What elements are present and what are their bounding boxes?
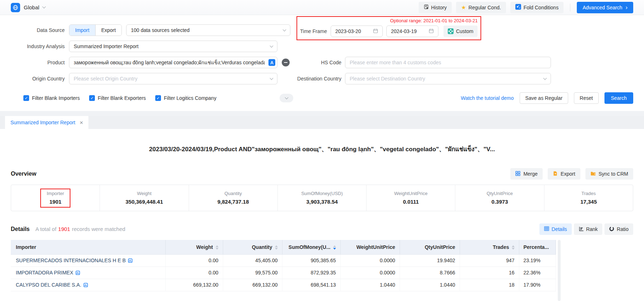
hs-code-input[interactable]: Please enter more than 4 customs codes xyxy=(345,57,551,68)
section-gap xyxy=(0,111,644,116)
column-label: Importer xyxy=(16,244,36,250)
regular-cond-label: Regular Cond. xyxy=(469,5,501,10)
search-button[interactable]: Search xyxy=(604,92,633,104)
stat-label: Quantity xyxy=(217,191,249,196)
value-cell: 1.0440 xyxy=(400,279,460,291)
sync-to-crm-label: Sync to CRM xyxy=(599,171,628,177)
stat-label: Importer xyxy=(47,191,64,196)
table-row: CALYPSO DEL CARIBE S.A.669,132.00669,132… xyxy=(11,279,556,291)
reset-button[interactable]: Reset xyxy=(574,92,599,104)
export-button[interactable]: Export xyxy=(548,168,580,180)
importer-cell: IMPORTADORA PRIMEX xyxy=(11,267,165,279)
sort-icon[interactable] xyxy=(512,245,515,250)
view-toggle: Details Rank Ratio xyxy=(539,223,633,235)
chevron-right-icon: › xyxy=(626,5,627,10)
rank-icon xyxy=(579,226,584,232)
end-date-input[interactable]: 2024-03-19 xyxy=(386,26,438,37)
stat-value: 17,345 xyxy=(580,199,597,205)
advanced-search-label: Advanced Search xyxy=(583,5,622,10)
tab-summarized-importer-report[interactable]: Summarized Importer Report × xyxy=(5,116,88,129)
close-icon[interactable]: × xyxy=(80,120,83,126)
filter-checkbox-filter-blank-exporters[interactable]: ✓Filter Blank Exporters xyxy=(89,95,146,101)
importer-link[interactable]: CALYPSO DEL CARIBE S.A. xyxy=(16,282,81,288)
table-row: SUPERMERCADOS INTERNACIONALES H E B0.004… xyxy=(11,254,556,267)
overview-stat-weightunitprice: WeightUnitPrice0.0111 xyxy=(367,185,455,211)
import-tab[interactable]: Import xyxy=(69,25,95,36)
company-icon[interactable] xyxy=(128,258,133,263)
column-header-trades[interactable]: Trades xyxy=(460,240,519,254)
value-cell: 18 xyxy=(460,279,519,291)
value-cell: 0.0000 xyxy=(340,254,400,267)
checkbox-checked-icon[interactable]: ✓ xyxy=(155,95,161,101)
view-rank-button[interactable]: Rank xyxy=(574,223,603,235)
data-source-label: Data Source xyxy=(11,27,65,33)
records-count: 1901 xyxy=(58,226,70,232)
sort-icon[interactable] xyxy=(216,245,218,250)
report-title: 2023/03/20-2024/03/19,Product AND"заморо… xyxy=(11,144,633,154)
custom-range-button[interactable]: Custom xyxy=(443,26,478,37)
tutorial-link[interactable]: Watch the tutorial demo xyxy=(461,95,514,101)
filter-checkbox-filter-blank-importers[interactable]: ✓Filter Blank Importers xyxy=(23,95,80,101)
table-row: IMPORTADORA PRIMEX0.0099,575.00872,929.3… xyxy=(11,267,556,279)
checkbox-checked-icon[interactable]: ✓ xyxy=(23,95,29,101)
data-sources-select[interactable]: 100 data sources selected xyxy=(126,24,290,36)
end-date-value: 2024-03-19 xyxy=(391,28,417,34)
value-cell: 16 xyxy=(460,267,519,279)
sort-icon[interactable] xyxy=(333,245,336,250)
regular-cond-button[interactable]: ★ Regular Cond. xyxy=(456,2,506,13)
merge-label: Merge xyxy=(523,171,538,177)
column-header-sumofmoney-u[interactable]: SumOfMoney(U... xyxy=(282,240,340,254)
stat-value: 3,903,378.54 xyxy=(301,199,343,205)
region-label: Global xyxy=(24,4,39,10)
column-header-weight[interactable]: Weight xyxy=(165,240,223,254)
advanced-search-button[interactable]: Advanced Search › xyxy=(577,2,633,13)
filter-checkbox-filter-logitics-company[interactable]: ✓Filter Logitics Company xyxy=(155,95,216,101)
importer-link[interactable]: IMPORTADORA PRIMEX xyxy=(16,270,73,275)
collapse-form-button[interactable] xyxy=(280,94,293,102)
destination-country-placeholder: Please select Destination Country xyxy=(350,76,425,82)
origin-country-placeholder: Please select Origin Country xyxy=(74,76,137,82)
industry-analysis-label: Industry Analysis xyxy=(11,43,65,49)
importer-link[interactable]: SUPERMERCADOS INTERNACIONALES H E B xyxy=(16,258,126,263)
divider xyxy=(570,4,570,11)
overview-stat-quantity: Quantity9,824,737.18 xyxy=(189,185,278,211)
history-button[interactable]: History xyxy=(419,2,452,13)
value-cell: 8.7666 xyxy=(400,267,460,279)
view-details-button[interactable]: Details xyxy=(539,223,572,235)
industry-analysis-select[interactable]: Summarized Importer Report xyxy=(69,41,277,52)
company-icon[interactable] xyxy=(75,270,80,275)
column-header-quantity[interactable]: Quantity xyxy=(223,240,282,254)
calendar-icon xyxy=(373,28,378,34)
topbar: Global History ★ Regular Cond. 2 Fold Co… xyxy=(0,0,644,15)
sort-icon[interactable] xyxy=(275,245,278,250)
pie-icon xyxy=(609,226,614,232)
time-frame-label: Time Frame xyxy=(300,28,327,34)
records-summary: A total of1901records were matched xyxy=(35,226,125,232)
save-as-regular-button[interactable]: Save as Regular xyxy=(520,92,569,104)
table-scrollbar[interactable] xyxy=(558,240,561,301)
start-date-input[interactable]: 2023-03-20 xyxy=(331,26,383,37)
column-header-weightunitprice: WeightUnitPrice xyxy=(340,240,400,254)
history-label: History xyxy=(431,5,447,10)
fold-conditions-button[interactable]: 2 Fold Conditions xyxy=(510,2,564,13)
search-form: Data Source Import Export 100 data sourc… xyxy=(0,15,644,111)
value-cell: 19.9402 xyxy=(400,254,460,267)
translate-icon[interactable]: A xyxy=(268,59,275,66)
hs-code-placeholder: Please enter more than 4 customs codes xyxy=(350,60,441,65)
checkbox-checked-icon[interactable]: ✓ xyxy=(89,95,95,101)
merge-button[interactable]: Merge xyxy=(510,168,543,180)
origin-country-select[interactable]: Please select Origin Country xyxy=(69,73,277,84)
export-tab[interactable]: Export xyxy=(95,25,121,36)
value-cell: 947 xyxy=(460,254,519,267)
merge-icon xyxy=(515,171,520,177)
destination-country-select[interactable]: Please select Destination Country xyxy=(345,73,551,84)
overview-heading: Overview xyxy=(11,171,36,177)
sync-to-crm-button[interactable]: Sync to CRM xyxy=(585,168,633,180)
tab-label: Summarized Importer Report xyxy=(10,120,75,125)
export-icon xyxy=(553,171,558,177)
region-selector[interactable]: Global xyxy=(11,3,45,12)
product-input[interactable]: замороженный овощ;rau đông lạnh;vegetal … xyxy=(69,57,277,68)
company-icon[interactable] xyxy=(83,283,88,287)
checkbox-label: Filter Logitics Company xyxy=(164,95,216,101)
view-ratio-button[interactable]: Ratio xyxy=(604,223,633,235)
